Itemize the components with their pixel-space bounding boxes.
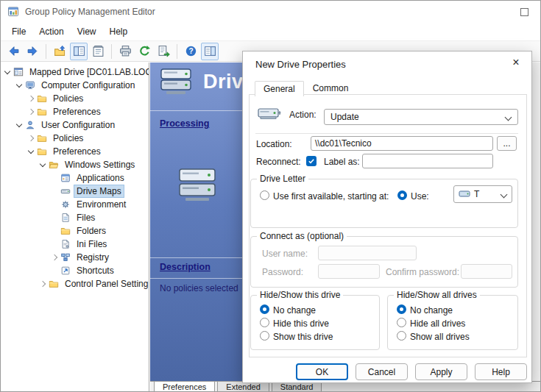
tree-item-drive-maps[interactable]: Drive Maps	[1, 185, 149, 198]
radio-label-no-change: No change	[273, 305, 316, 316]
action-pane-toggle-icon[interactable]	[201, 43, 219, 60]
up-folder-icon[interactable]	[51, 43, 68, 60]
dialog-title: New Drive Properties	[255, 59, 346, 70]
tree-item-computer-configuration[interactable]: Computer Configuration	[1, 79, 149, 92]
new-drive-properties-dialog: New Drive Properties × GeneralCommon Act…	[242, 51, 532, 383]
separator	[255, 133, 518, 134]
chevron-right-icon[interactable]	[51, 254, 59, 262]
tree-item-ini-files[interactable]: Ini Files	[1, 238, 149, 251]
confirm-password-label: Confirm password:	[386, 267, 459, 277]
back-icon[interactable]	[4, 43, 22, 60]
password-input	[318, 264, 380, 279]
view-tab-preferences[interactable]: Preferences	[154, 382, 215, 391]
description-link[interactable]: Description	[160, 262, 211, 272]
location-input[interactable]: \\dc01\Tecnico	[311, 136, 493, 151]
reconnect-label: Reconnect:	[256, 157, 301, 167]
radio-use-first-available[interactable]	[260, 190, 269, 200]
menu-bar: FileActionViewHelp	[1, 23, 540, 40]
reconnect-checkbox[interactable]	[306, 156, 317, 166]
ok-button[interactable]: OK	[296, 363, 348, 380]
forward-icon[interactable]	[24, 43, 41, 60]
radio-use[interactable]	[397, 190, 407, 200]
svg-text:?: ?	[188, 47, 193, 55]
print-icon[interactable]	[116, 43, 134, 60]
toolbar-separator	[46, 44, 46, 59]
chevron-right-icon[interactable]	[27, 108, 35, 116]
chevron-down-icon[interactable]	[39, 161, 47, 169]
action-dropdown[interactable]: Update	[324, 109, 518, 125]
tree-item-mapped-drive-dc01-lab-loca[interactable]: Mapped Drive [DC01.LAB.LOCA	[1, 65, 149, 79]
chevron-down-icon	[505, 114, 512, 121]
radio-hide-this-drive[interactable]	[260, 318, 269, 327]
chevron-down-icon[interactable]	[4, 68, 12, 76]
tree-item-windows-settings[interactable]: Windows Settings	[1, 158, 149, 171]
shortcut-icon	[60, 266, 71, 276]
tree-item-registry[interactable]: Registry	[1, 251, 149, 264]
dialog-tab-common[interactable]: Common	[304, 80, 358, 96]
chevron-right-icon[interactable]	[39, 280, 47, 288]
no-chevron	[51, 227, 59, 235]
menu-action[interactable]: Action	[32, 24, 70, 39]
chevron-down-icon[interactable]	[27, 148, 35, 156]
no-chevron	[51, 240, 59, 249]
tree-item-label: Control Panel Setting	[63, 278, 149, 290]
tree-item-user-configuration[interactable]: User Configuration	[1, 118, 149, 132]
drive-letter-dropdown[interactable]: T	[453, 185, 512, 203]
tree-item-preferences[interactable]: Preferences	[1, 145, 149, 158]
tree-item-folders[interactable]: Folders	[1, 224, 149, 238]
tree-item-policies[interactable]: Policies	[1, 92, 149, 105]
radio-no-change[interactable]	[260, 304, 269, 314]
toolbar-separator	[111, 44, 112, 59]
no-chevron	[51, 267, 59, 275]
menu-help[interactable]: Help	[103, 24, 135, 39]
radio-no-change[interactable]	[397, 304, 406, 314]
chevron-down-icon[interactable]	[15, 82, 24, 90]
apply-button[interactable]: Apply	[415, 363, 467, 380]
tree-item-label: Environment	[74, 199, 128, 210]
help-icon[interactable]: ?	[182, 43, 199, 60]
dialog-tab-general[interactable]: General	[255, 81, 304, 96]
help-button[interactable]: Help	[475, 363, 527, 380]
tree-item-label: Policies	[51, 93, 85, 104]
label-as-input[interactable]	[362, 154, 493, 168]
tree-item-label: Preferences	[51, 106, 103, 118]
tree-item-applications[interactable]: Applications	[1, 171, 149, 185]
chevron-right-icon[interactable]	[27, 135, 35, 143]
tree-item-shortcuts[interactable]: Shortcuts	[1, 264, 149, 277]
radio-show-this-drive[interactable]	[260, 331, 269, 341]
refresh-icon[interactable]	[135, 43, 153, 60]
ini-icon	[60, 239, 71, 249]
menu-file[interactable]: File	[5, 24, 32, 39]
tree-item-control-panel-setting[interactable]: Control Panel Setting	[1, 277, 149, 291]
menu-view[interactable]: View	[71, 24, 103, 39]
tree-item-preferences[interactable]: Preferences	[1, 105, 149, 118]
console-tree-toggle-icon[interactable]	[70, 43, 88, 60]
hide-show-all-legend: Hide/Show all drives	[394, 290, 480, 300]
properties-icon[interactable]	[89, 43, 107, 60]
dialog-tab-bar: GeneralCommon	[255, 80, 357, 96]
close-icon[interactable]: ×	[508, 55, 524, 70]
browse-button[interactable]: ...	[497, 136, 517, 151]
radio-hide-all-drives[interactable]	[397, 318, 406, 327]
user-icon	[25, 120, 35, 130]
drive-icon	[175, 165, 219, 204]
tree-item-environment[interactable]: Environment	[1, 198, 149, 211]
app-icon	[60, 173, 71, 183]
drive-letter-legend: Drive Letter	[257, 174, 308, 184]
window-title: Group Policy Management Editor	[25, 7, 155, 17]
maximize-button[interactable]	[520, 8, 528, 16]
tree-item-policies[interactable]: Policies	[1, 132, 149, 145]
radio-show-all-drives[interactable]	[397, 331, 406, 341]
processing-link[interactable]: Processing	[160, 118, 209, 129]
connect-as-group: Connect as (optional) User name: Passwor…	[250, 236, 518, 288]
cancel-button[interactable]: Cancel	[356, 363, 408, 380]
radio-label-show-all-drives: Show all drives	[410, 332, 470, 342]
tree-item-files[interactable]: Files	[1, 211, 149, 224]
tree-item-label: Windows Settings	[63, 159, 137, 171]
chevron-down-icon[interactable]	[15, 121, 24, 129]
chevron-right-icon[interactable]	[27, 95, 35, 103]
radio-label-show-this-drive: Show this drive	[273, 332, 333, 342]
first-available-label: Use first available, starting at:	[273, 191, 389, 202]
export-list-icon[interactable]	[155, 43, 172, 60]
folder-icon	[37, 93, 47, 104]
